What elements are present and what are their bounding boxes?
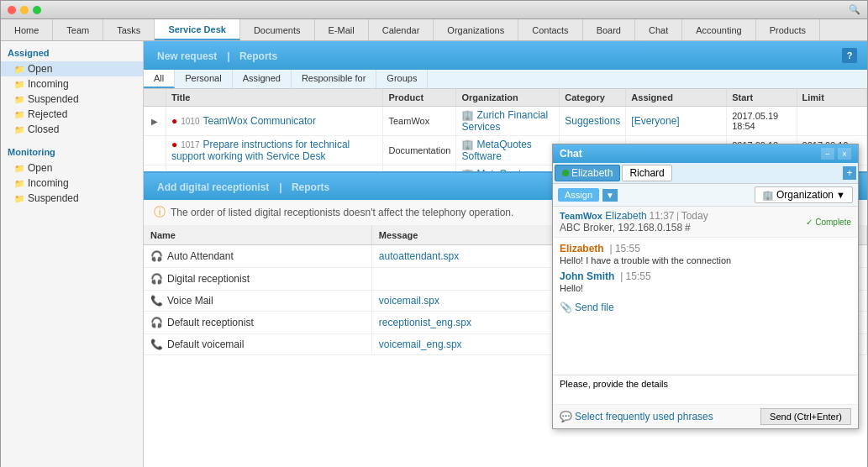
sidebar-item-incoming[interactable]: 📁 Incoming	[1, 76, 143, 92]
chat-minimize-button[interactable]: −	[821, 148, 834, 160]
col-category[interactable]: Category	[560, 89, 626, 107]
sender-link[interactable]: Elizabeth	[605, 210, 646, 222]
tab-products[interactable]: Products	[756, 19, 820, 40]
send-file-link[interactable]: 📎 Send file	[560, 302, 851, 313]
dr-message-link[interactable]: voicemail_eng.spx	[379, 338, 462, 350]
chat-close-button[interactable]: ×	[838, 148, 851, 160]
service-desk-title: New request | Reports	[154, 49, 281, 62]
sidebar-item-rejected-label: Rejected	[28, 108, 67, 120]
chat-add-tab-button[interactable]: +	[843, 166, 856, 180]
col-start[interactable]: Start	[727, 89, 797, 107]
phrases-link[interactable]: 💬 Select frequently used phrases	[560, 411, 713, 422]
close-button[interactable]	[8, 6, 16, 14]
organization-button[interactable]: 🏢 Organization ▼	[755, 186, 853, 203]
sidebar-item-mon-open[interactable]: 📁 Open	[1, 160, 143, 176]
sidebar-item-suspended[interactable]: 📁 Suspended	[1, 92, 143, 107]
assigned-tag[interactable]: [Everyone]	[631, 115, 679, 127]
chat-conversation-info: TeamWox Elizabeth 11:37 | Today ABC Brok…	[560, 210, 708, 234]
folder-icon: 📁	[14, 164, 24, 173]
dr-message-link[interactable]: voicemail.spx	[379, 295, 439, 307]
sidebar-item-mon-suspended[interactable]: 📁 Suspended	[1, 191, 143, 206]
folder-icon: 📁	[14, 194, 24, 203]
assign-dropdown-button[interactable]: ▼	[602, 189, 618, 202]
folder-icon: 📁	[14, 95, 24, 104]
col-organization[interactable]: Organization	[456, 89, 560, 107]
tab-documents[interactable]: Documents	[240, 19, 315, 40]
sidebar: Assigned 📁 Open 📁 Incoming 📁 Suspended 📁…	[1, 41, 144, 467]
maximize-button[interactable]	[33, 6, 41, 14]
org-btn-label: Organization	[776, 189, 834, 201]
send-button[interactable]: Send (Ctrl+Enter)	[760, 408, 851, 425]
tab-service-desk[interactable]: Service Desk	[155, 19, 240, 40]
chat-conv-time: Elizabeth 11:37 | Today	[605, 212, 708, 221]
chat-tabs: Elizabeth Richard +	[553, 163, 858, 184]
dr-message-link[interactable]: autoattendant.spx	[379, 250, 459, 262]
dr-col-message: Message	[371, 226, 580, 245]
chat-tab-richard[interactable]: Richard	[622, 165, 671, 181]
title-link[interactable]: TeamWox Communicator	[203, 115, 316, 127]
dr-message-cell: autoattendant.spx	[371, 245, 580, 268]
chat-input[interactable]	[553, 375, 858, 404]
dr-row-name: Voice Mail	[167, 295, 213, 307]
tab-email[interactable]: E-Mail	[315, 19, 369, 40]
category-tag[interactable]: Suggestions	[565, 115, 620, 127]
org-link[interactable]: Zurich Financial Services	[461, 109, 548, 133]
dr-reports-link[interactable]: Reports	[292, 181, 329, 193]
dr-message-cell: voicemail.spx	[371, 291, 580, 312]
reports-link[interactable]: Reports	[239, 50, 277, 62]
assign-button[interactable]: Assign	[558, 188, 599, 202]
start-cell: 2017.05.19 18:54	[727, 107, 797, 136]
search-icon[interactable]: 🔍	[849, 4, 860, 15]
sidebar-item-open[interactable]: 📁 Open	[1, 61, 143, 76]
col-product[interactable]: Product	[383, 89, 456, 107]
folder-icon: 📁	[14, 125, 24, 134]
help-button[interactable]: ?	[842, 48, 857, 63]
sidebar-item-rejected[interactable]: 📁 Rejected	[1, 107, 143, 122]
chat-input-area: 💬 Select frequently used phrases Send (C…	[553, 375, 858, 428]
col-limit[interactable]: Limit	[797, 89, 866, 107]
product-cell: TeamWox	[383, 107, 456, 136]
sidebar-assigned-section: Assigned 📁 Open 📁 Incoming 📁 Suspended 📁…	[1, 41, 143, 140]
tab-calendar[interactable]: Calendar	[369, 19, 434, 40]
col-title[interactable]: Title	[166, 89, 383, 107]
expand-button[interactable]: ▶	[149, 116, 160, 127]
table-row[interactable]: ▶●1010TeamWox CommunicatorTeamWox🏢Zurich…	[144, 107, 867, 136]
tab-team[interactable]: Team	[53, 19, 103, 40]
filter-tab-personal[interactable]: Personal	[175, 70, 232, 88]
add-dr-link[interactable]: Add digital receptionist	[157, 181, 269, 193]
chat-tab-elizabeth[interactable]: Elizabeth	[555, 165, 620, 181]
org-name: ABC Broker, 192.168.0.158	[560, 222, 682, 234]
product-cell: Documentation	[383, 136, 456, 165]
sidebar-item-closed-label: Closed	[28, 123, 59, 135]
tab-accounting[interactable]: Accounting	[682, 19, 755, 40]
sidebar-item-closed[interactable]: 📁 Closed	[1, 122, 143, 137]
folder-icon: 📁	[14, 110, 24, 119]
sidebar-monitoring-header: Monitoring	[1, 144, 143, 160]
dr-name-cell: 🎧Digital receptionist	[144, 268, 371, 291]
msg2-text: Hello!	[560, 283, 851, 293]
col-assigned[interactable]: Assigned	[626, 89, 727, 107]
chat-message-1: Elizabeth | 15:55 Hello! I have a troubl…	[560, 243, 851, 265]
filter-tab-responsible[interactable]: Responsible for	[292, 70, 376, 88]
chat-sender: TeamWox	[560, 211, 602, 221]
tab-board[interactable]: Board	[583, 19, 635, 40]
dr-row-icon: 🎧	[150, 317, 163, 328]
dr-name-cell: 📞Default voicemail	[144, 334, 371, 355]
sidebar-item-mon-incoming[interactable]: 📁 Incoming	[1, 176, 143, 191]
traffic-lights	[8, 6, 41, 14]
tab-home[interactable]: Home	[1, 19, 53, 40]
tab-chat[interactable]: Chat	[635, 19, 682, 40]
dr-message-link[interactable]: receptionist_eng.spx	[379, 317, 471, 328]
new-request-link[interactable]: New request	[157, 50, 217, 62]
limit-cell	[797, 107, 866, 136]
filter-tab-groups[interactable]: Groups	[376, 70, 428, 88]
minimize-button[interactable]	[20, 6, 29, 14]
send-file-label: Send file	[575, 302, 614, 313]
tab-tasks[interactable]: Tasks	[103, 19, 155, 40]
dr-notice-text: The order of listed digital receptionist…	[171, 207, 513, 218]
tab-contacts[interactable]: Contacts	[518, 19, 582, 40]
filter-tab-assigned[interactable]: Assigned	[233, 70, 292, 88]
tab-organizations[interactable]: Organizations	[434, 19, 518, 40]
filter-tab-all[interactable]: All	[144, 70, 175, 88]
org-icon: 🏢	[461, 139, 474, 150]
